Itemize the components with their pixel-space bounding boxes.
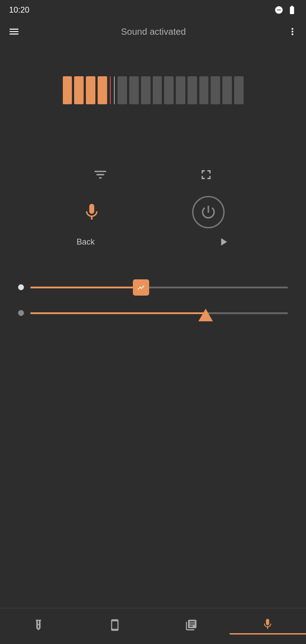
meter-bar-12: [199, 76, 209, 104]
red-marker: [110, 76, 111, 104]
settings-icon: [185, 619, 198, 631]
equalizer-icon: [93, 167, 108, 182]
meter-bars-container: [63, 72, 244, 108]
meter-bar-15: [234, 76, 244, 104]
status-time: 10:20: [9, 5, 29, 15]
bottom-nav: [0, 608, 306, 644]
slider-thumb-1[interactable]: [133, 279, 149, 296]
back-play-row: Back: [0, 236, 306, 248]
level-meter: [0, 72, 306, 108]
meter-bar-11: [188, 76, 197, 104]
slider-track-2[interactable]: [30, 312, 288, 314]
top-bar: Sound activated: [0, 18, 306, 45]
status-bar: 10:20: [0, 0, 306, 18]
meter-bar-14: [222, 76, 232, 104]
page-title: Sound activated: [121, 27, 186, 37]
battery-icon: [287, 5, 297, 15]
meter-bar-7: [141, 76, 151, 104]
fullscreen-icon: [198, 167, 214, 182]
hamburger-menu-button[interactable]: [8, 26, 20, 37]
slider-fill-1: [30, 287, 141, 288]
slider-dot-2: [18, 310, 24, 316]
power-icon: [200, 204, 217, 221]
chart-icon: [137, 283, 145, 292]
green-marker: [114, 76, 115, 104]
mic-button[interactable]: [82, 202, 102, 222]
hamburger-icon: [8, 26, 20, 37]
meter-bar-4: [98, 76, 107, 104]
mic-icon: [82, 202, 102, 222]
flashlight-icon: [32, 619, 45, 631]
power-button[interactable]: [192, 196, 225, 228]
nav-item-settings[interactable]: [153, 619, 230, 634]
meter-bar-5: [118, 76, 127, 104]
play-icon: [217, 236, 230, 248]
controls-row: [0, 167, 306, 182]
slider-row-2: [18, 310, 288, 316]
microphone-nav-icon: [261, 618, 274, 630]
meter-bar-2: [74, 76, 84, 104]
play-button[interactable]: [217, 236, 230, 248]
slider-row-1: [18, 284, 288, 290]
more-options-button[interactable]: [287, 26, 298, 37]
sliders-area: [0, 284, 306, 316]
do-not-disturb-icon: [274, 5, 283, 14]
meter-bar-8: [153, 76, 162, 104]
meter-bar-3: [86, 76, 95, 104]
slider-fill-2: [30, 312, 206, 314]
status-icons: [274, 5, 297, 15]
meter-bar-1: [63, 76, 72, 104]
nav-item-microphone[interactable]: [230, 618, 306, 635]
slider-thumb-2[interactable]: [198, 309, 213, 321]
meter-bar-10: [176, 76, 185, 104]
slider-track-1[interactable]: [30, 287, 288, 288]
meter-bar-6: [129, 76, 139, 104]
equalizer-button[interactable]: [93, 167, 108, 182]
slider-dot-1: [18, 284, 24, 290]
phone-icon: [108, 619, 121, 631]
power-mic-row: [0, 196, 306, 228]
nav-item-phone[interactable]: [76, 619, 153, 634]
meter-bar-13: [211, 76, 220, 104]
meter-bar-9: [164, 76, 174, 104]
nav-item-flashlight[interactable]: [0, 619, 76, 634]
more-vertical-icon: [287, 26, 298, 37]
fullscreen-button[interactable]: [198, 167, 214, 182]
back-label[interactable]: Back: [76, 237, 94, 247]
